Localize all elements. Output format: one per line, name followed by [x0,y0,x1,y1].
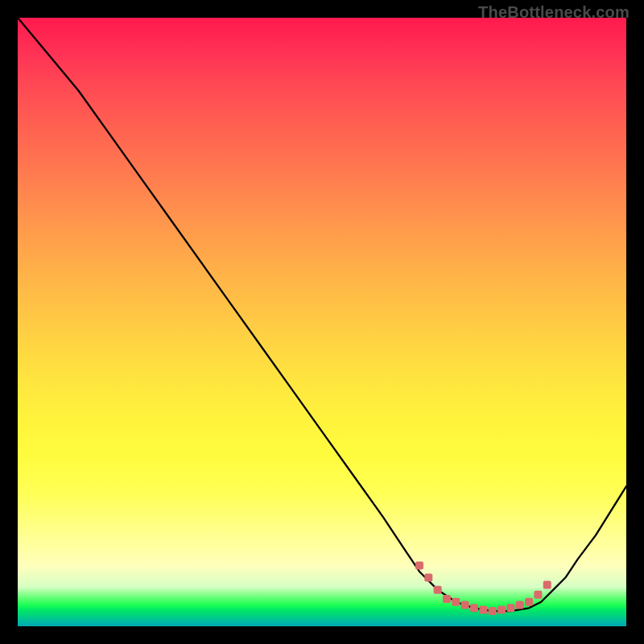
marker-layer [415,561,551,615]
watermark-text: TheBottleneck.com [478,3,630,22]
optimal-marker [452,598,460,606]
optimal-marker [516,601,524,609]
plot-area [18,18,626,626]
optimal-marker [443,595,451,603]
chart-svg [18,18,626,626]
optimal-marker [424,574,432,582]
optimal-marker [534,591,542,599]
optimal-marker [415,561,423,569]
optimal-marker [497,606,506,614]
optimal-marker [543,581,551,589]
chart-container: TheBottleneck.com [0,0,644,644]
optimal-marker [470,604,478,612]
optimal-marker [461,601,469,609]
optimal-marker [525,598,533,606]
optimal-marker [506,604,514,612]
optimal-marker [479,606,487,614]
bottleneck-curve [18,18,626,611]
optimal-marker [489,607,497,615]
curve-layer [18,18,626,611]
optimal-marker [434,586,442,594]
